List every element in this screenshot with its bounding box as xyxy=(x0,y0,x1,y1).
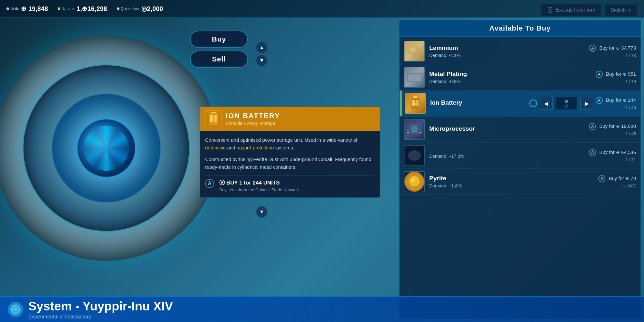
tooltip-action: A Ⓐ BUY 1 for 244 UNITS Buy items from t… xyxy=(205,179,374,192)
pyrite-icon xyxy=(404,171,425,192)
pyrite-demand: Demand: +1.8% xyxy=(429,183,598,188)
pyrite-name: Pyrite xyxy=(429,175,598,182)
a-icon: A xyxy=(589,149,596,156)
header-bar: Units ⊕ 19,848 Nanites 1,⊕16,298 Quicksi… xyxy=(0,0,644,18)
system-name: System - Yuyppir-Inu XIV xyxy=(28,299,173,313)
ion-battery-name: Ion Battery xyxy=(430,99,529,106)
svg-point-33 xyxy=(14,308,17,311)
nanites-value: 1,⊕16,298 xyxy=(77,5,107,13)
scroll-up-button[interactable]: ▲ xyxy=(256,42,268,53)
a-icon: A xyxy=(589,123,596,130)
unknown-icon xyxy=(404,145,425,166)
svg-text:⚡: ⚡ xyxy=(413,102,418,106)
svg-rect-10 xyxy=(413,96,417,98)
tooltip-body: Convenient and optimised power storage u… xyxy=(200,131,380,197)
svg-point-24 xyxy=(408,150,421,161)
a-icon: A xyxy=(589,45,596,52)
nanites-label: Nanites xyxy=(62,6,75,11)
scroll-arrows-bottom: ▼ xyxy=(256,206,268,218)
a-icon: A xyxy=(596,97,603,104)
trade-item-ion-battery[interactable]: ⚡ Ion Battery ◀ ⊕ ◎ ▶ A Buy fo xyxy=(400,90,640,117)
highlight-hazard: hazard protection xyxy=(237,145,274,150)
currency-quicksilver: Quicksilver ◎2,000 xyxy=(117,5,163,13)
qty-prev-button[interactable]: ◀ xyxy=(540,97,553,110)
system-info: System - Yuyppir-Inu XIV Experimental //… xyxy=(28,299,173,320)
a-icon: A xyxy=(598,175,605,182)
metal-plating-demand: Demand: -0.9% xyxy=(429,79,596,84)
trade-header: Available To Buy xyxy=(400,20,640,37)
qty-next-button[interactable]: ▶ xyxy=(580,97,593,110)
quicksilver-dot xyxy=(117,7,119,10)
sell-button[interactable]: Sell xyxy=(190,51,248,68)
microprocessor-price: A Buy for ⊕ 19,000 1 / 45 xyxy=(589,123,636,136)
svg-point-4 xyxy=(410,47,415,51)
ion-battery-icon: ⚡ xyxy=(405,93,426,114)
trade-panel: Available To Buy Lemmium Demand: -4 xyxy=(399,20,641,319)
item-tooltip: ION BATTERY Portable Energy Storage Conv… xyxy=(200,106,380,198)
currency-units: Units ⊕ 19,848 xyxy=(6,5,48,13)
metal-plating-icon xyxy=(404,67,425,88)
tooltip-title-section: ION BATTERY Portable Energy Storage xyxy=(226,112,280,126)
trade-list: Lemmium Demand: -4.1% A Buy for ⊕ 34,773… xyxy=(400,37,640,318)
trade-item-unknown[interactable]: Demand: +17.3% A Buy for ⊕ 64,536 1 / 71 xyxy=(400,143,640,169)
tooltip-title: ION BATTERY xyxy=(226,112,280,120)
units-label: Units xyxy=(10,6,19,11)
nanites-dot xyxy=(58,7,60,10)
qty-display: ⊕ ◎ xyxy=(555,97,578,110)
item-selector xyxy=(529,99,537,107)
pyrite-price: A Buy for ⊕ 78 1 / 1887 xyxy=(598,175,636,188)
unknown-price: A Buy for ⊕ 64,536 1 / 71 xyxy=(589,149,636,162)
svg-rect-31 xyxy=(214,115,217,122)
ion-battery-info: Ion Battery xyxy=(430,99,529,108)
quicksilver-label: Quicksilver xyxy=(121,6,140,11)
selected-indicator xyxy=(401,90,402,116)
lemmium-price: A Buy for ⊕ 34,773 1 / 73 xyxy=(589,45,636,58)
svg-rect-17 xyxy=(412,127,417,132)
tooltip-subtitle: Portable Energy Storage xyxy=(226,121,280,126)
quicksilver-value: ◎2,000 xyxy=(141,5,163,13)
unknown-info: Demand: +17.3% xyxy=(429,152,589,159)
buy-label: Buy xyxy=(212,35,226,43)
tooltip-action-sub: Buy items from the Galactic Trade Networ… xyxy=(219,187,299,192)
buy-sell-container: Buy Sell xyxy=(190,31,248,68)
microprocessor-icon xyxy=(404,119,425,140)
pyrite-info: Pyrite Demand: +1.8% xyxy=(429,175,598,188)
scroll-arrows-top: ▲ ▼ xyxy=(256,42,268,66)
lemmium-demand: Demand: -4.1% xyxy=(429,53,589,58)
units-dot xyxy=(6,7,9,10)
metal-plating-name: Metal Plating xyxy=(429,71,596,78)
tooltip-action-main: Ⓐ BUY 1 for 244 UNITS xyxy=(219,179,299,186)
microprocessor-name: Microprocessor xyxy=(429,125,589,132)
lemmium-icon xyxy=(404,41,425,62)
lemmium-info: Lemmium Demand: -4.1% xyxy=(429,44,589,58)
ion-battery-price: A Buy for ⊕ 244 1 / 49 xyxy=(596,97,636,110)
system-icon xyxy=(8,302,23,317)
sell-label: Sell xyxy=(212,55,226,63)
tooltip-description-1: Convenient and optimised power storage u… xyxy=(205,136,374,152)
right-panel: Exosuit Inventory Switch ✕ Available To … xyxy=(399,0,644,322)
tooltip-header: ION BATTERY Portable Energy Storage xyxy=(200,107,380,131)
tooltip-item-icon xyxy=(205,110,222,127)
microprocessor-info: Microprocessor xyxy=(429,125,589,134)
lemmium-name: Lemmium xyxy=(429,44,589,52)
svg-point-27 xyxy=(411,178,415,182)
metal-plating-info: Metal Plating Demand: -0.9% xyxy=(429,71,596,84)
tooltip-divider xyxy=(205,175,374,176)
buy-button[interactable]: Buy xyxy=(190,31,248,48)
scroll-bottom-button[interactable]: ▼ xyxy=(256,206,268,218)
trade-item-pyrite[interactable]: Pyrite Demand: +1.8% A Buy for ⊕ 78 1 / … xyxy=(400,169,640,195)
metal-plating-price: A Buy for ⊕ 951 1 / 79 xyxy=(596,71,636,84)
highlight-defensive: defensive xyxy=(205,145,226,150)
system-bar: System - Yuyppir-Inu XIV Experimental //… xyxy=(0,296,644,322)
trade-item-lemmium[interactable]: Lemmium Demand: -4.1% A Buy for ⊕ 34,773… xyxy=(400,38,640,64)
a-icon: A xyxy=(596,71,603,78)
svg-rect-30 xyxy=(210,115,213,122)
tooltip-description-2: Constructed by fusing Ferrite Dust with … xyxy=(205,156,374,171)
a-button-icon: A xyxy=(205,179,214,188)
svg-rect-6 xyxy=(408,74,421,81)
trade-item-microprocessor[interactable]: Microprocessor A Buy for ⊕ 19,000 1 / 45 xyxy=(400,117,640,143)
scroll-down-button[interactable]: ▼ xyxy=(256,55,268,66)
trade-item-metal-plating[interactable]: Metal Plating Demand: -0.9% A Buy for ⊕ … xyxy=(400,64,640,90)
units-value: ⊕ 19,848 xyxy=(21,5,48,13)
svg-rect-28 xyxy=(211,112,215,113)
